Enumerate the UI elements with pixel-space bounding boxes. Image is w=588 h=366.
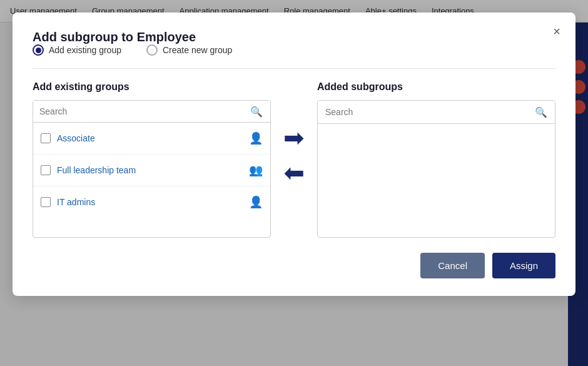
list-item-it-admins[interactable]: IT admins 👤: [33, 186, 270, 218]
left-list-box[interactable]: 🔍 Associate 👤 Full leadership team 👥: [33, 100, 271, 238]
radio-row: Add existing group Create new group: [33, 44, 555, 56]
assign-button[interactable]: Assign: [492, 253, 555, 278]
modal-title: Add subgroup to Employee: [33, 30, 196, 44]
modal-overlay: Add subgroup to Employee × Add existing …: [0, 0, 588, 366]
right-search-input[interactable]: [318, 101, 555, 123]
right-search-wrapper: 🔍: [318, 101, 555, 124]
forward-arrow-button[interactable]: ➡: [283, 125, 305, 150]
left-panel: Add existing groups 🔍 Associate 👤 Fu: [33, 81, 271, 238]
right-panel: Added subgroups 🔍: [317, 81, 555, 238]
radio-add-existing-circle: [33, 44, 44, 56]
checkbox-associate[interactable]: [41, 133, 51, 143]
item-label-full-leadership: Full leadership team: [57, 165, 243, 175]
left-search-wrapper: 🔍: [33, 101, 270, 123]
right-list-box[interactable]: 🔍: [317, 100, 555, 238]
radio-create-new-circle: [146, 44, 158, 56]
radio-add-existing[interactable]: Add existing group: [33, 44, 121, 56]
list-item-full-leadership[interactable]: Full leadership team 👥: [33, 155, 270, 186]
people-icon-full-leadership: 👥: [249, 163, 263, 177]
left-panel-title: Add existing groups: [33, 81, 271, 93]
cancel-button[interactable]: Cancel: [420, 253, 485, 278]
radio-add-existing-label: Add existing group: [49, 45, 121, 55]
panels-container: Add existing groups 🔍 Associate 👤 Fu: [33, 81, 555, 238]
modal-close-button[interactable]: ×: [553, 25, 560, 38]
item-label-associate: Associate: [57, 133, 243, 143]
checkbox-it-admins[interactable]: [41, 197, 51, 207]
list-item-associate[interactable]: Associate 👤: [33, 123, 270, 155]
modal-footer: Cancel Assign: [33, 253, 555, 278]
person-icon-it-admins: 👤: [249, 195, 263, 209]
left-search-input[interactable]: [39, 106, 264, 116]
checkbox-full-leadership[interactable]: [41, 165, 51, 175]
back-arrow-button[interactable]: ➡: [283, 160, 305, 185]
person-icon-associate: 👤: [249, 131, 263, 145]
item-label-it-admins: IT admins: [57, 197, 243, 207]
modal-dialog: Add subgroup to Employee × Add existing …: [13, 13, 575, 296]
radio-create-new-label: Create new group: [163, 45, 232, 55]
right-panel-title: Added subgroups: [317, 81, 555, 93]
modal-divider: [33, 68, 555, 69]
radio-create-new[interactable]: Create new group: [146, 44, 232, 56]
transfer-arrows: ➡ ➡: [271, 100, 317, 185]
